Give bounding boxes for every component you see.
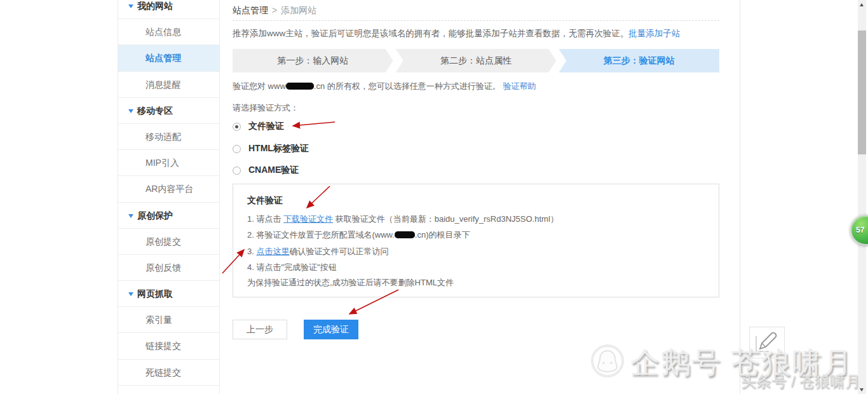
caret-down-icon (128, 292, 133, 296)
ownership-text-after: .cn 的所有权，您可以选择任意一种方式进行验证。 (314, 81, 501, 91)
verify-help-link[interactable]: 验证帮助 (503, 81, 536, 91)
instruction-step-1: 1. 请点击 下载验证文件 获取验证文件（当前最新：baidu_verify_r… (247, 214, 559, 225)
sidebar-item-dead-link-submit[interactable]: 死链提交 (118, 360, 219, 386)
step3-text: 确认验证文件可以正常访问 (289, 247, 388, 256)
radio-icon[interactable] (233, 166, 241, 175)
watermark-byline: 头条号 / 苍狼啸月 (741, 371, 860, 391)
previous-step-button[interactable]: 上一步 (233, 320, 287, 339)
ownership-line: 验证您对 www.cn 的所有权，您可以选择任意一种方式进行验证。 验证帮助 (233, 81, 536, 92)
click-here-link[interactable]: 点击这里 (256, 247, 289, 256)
sidebar-item-label: 原创提交 (118, 229, 219, 255)
instruction-step-2: 2. 将验证文件放置于您所配置域名(www..cn)的根目录下 (247, 229, 470, 241)
step-1-enter-site: 第一步：输入网站 (233, 49, 393, 72)
sidebar-group-mobile-zone[interactable]: 移动专区 (118, 98, 219, 124)
breadcrumb-separator: > (272, 5, 277, 15)
penguin-logo-watermark (590, 343, 625, 379)
method-file-verification[interactable]: 文件验证 (233, 121, 284, 132)
download-verification-file-link[interactable]: 下载验证文件 (283, 214, 333, 224)
sidebar-item-label: 死链提交 (118, 360, 219, 386)
badge-count: 57 (856, 226, 864, 234)
caret-down-icon (128, 4, 133, 8)
page: 我的网站 站点信息 站点管理 消息提醒 移动专区 移动适配 MIP引入 A (0, 0, 868, 394)
arrow-to-file-verification-radio (293, 122, 335, 126)
sidebar-item-label: 原创反馈 (118, 255, 219, 281)
breadcrumb-divider (233, 20, 719, 21)
sidebar-item-mobile-adaptation[interactable]: 移动适配 (118, 124, 219, 150)
sidebar-group-my-sites[interactable]: 我的网站 (118, 0, 219, 19)
step1-text: 1. 请点击 (247, 214, 283, 224)
breadcrumb-current: 添加网站 (281, 5, 316, 15)
scrollbar-thumb[interactable] (858, 31, 866, 154)
method-label[interactable]: HTML标签验证 (248, 143, 309, 154)
step-2-site-properties: 第二步：站点属性 (396, 49, 557, 72)
method-label[interactable]: CNAME验证 (248, 165, 299, 176)
scroll-up-icon (860, 3, 864, 6)
ownership-text-before: 验证您对 www (233, 81, 286, 91)
step-3-verify-site: 第三步：验证网站 (559, 49, 719, 72)
sidebar-item-label: AR内容平台 (118, 176, 219, 202)
finish-verification-button[interactable]: 完成验证 (304, 320, 358, 339)
step1-filename: 获取验证文件（当前最新：baidu_verify_rsRd3NJ5SO.html… (333, 214, 559, 224)
green-counter-badge[interactable]: 57 (850, 215, 868, 245)
redacted-domain (395, 231, 415, 238)
step2-text-after: .cn)的根目录下 (415, 230, 470, 240)
radio-icon[interactable] (233, 145, 241, 153)
sidebar-item-original-feedback[interactable]: 原创反馈 (118, 255, 219, 281)
sidebar-item-mip-import[interactable]: MIP引入 (118, 150, 219, 176)
watermark-brand: 企鹅号 苍狼啸月 (630, 343, 853, 383)
sidebar-item-label: 移动适配 (118, 124, 219, 150)
sidebar-item-link-submit[interactable]: 链接提交 (118, 333, 219, 359)
scrollbar-down-button[interactable] (858, 384, 866, 394)
file-verification-panel: 文件验证 1. 请点击 下载验证文件 获取验证文件（当前最新：baidu_ver… (233, 184, 719, 297)
sidebar-item-label: 消息提醒 (118, 72, 219, 98)
caret-down-icon (128, 109, 133, 113)
intro-text: 推荐添加www主站，验证后可证明您是该域名的拥有者，能够批量添加子站并查看数据，… (233, 28, 735, 39)
sidebar-item-label: MIP引入 (118, 150, 219, 176)
breadcrumb-section[interactable]: 站点管理 (233, 5, 268, 15)
sidebar-item-site-info[interactable]: 站点信息 (118, 19, 219, 45)
keep-file-note: 为保持验证通过的状态,成功验证后请不要删除HTML文件 (247, 277, 454, 289)
sidebar-item-label: 站点信息 (118, 19, 219, 45)
scroll-down-icon (860, 388, 864, 391)
instruction-step-3: 3. 点击这里确认验证文件可以正常访问 (247, 246, 388, 257)
sidebar-item-site-management[interactable]: 站点管理 (118, 45, 219, 71)
content-right-border (740, 0, 740, 394)
sidebar-group-web-crawl[interactable]: 网页抓取 (118, 281, 219, 307)
step3-number: 3. (247, 247, 256, 256)
redacted-domain (286, 83, 314, 90)
sidebar-item-label: 链接提交 (118, 333, 219, 359)
sidebar-list: 我的网站 站点信息 站点管理 消息提醒 移动专区 移动适配 MIP引入 A (118, 0, 219, 386)
sidebar-item-original-submit[interactable]: 原创提交 (118, 229, 219, 255)
step2-text-before: 2. 将验证文件放置于您所配置域名(www. (247, 230, 395, 240)
method-html-tag-verification[interactable]: HTML标签验证 (233, 144, 309, 154)
scrollbar-up-button[interactable] (858, 0, 866, 10)
breadcrumb: 站点管理>添加网站 (233, 5, 316, 17)
sidebar-item-message-alerts[interactable]: 消息提醒 (118, 72, 219, 98)
radio-selected-icon[interactable] (233, 123, 241, 131)
sidebar-item-index-volume[interactable]: 索引量 (118, 307, 219, 333)
sidebar-group-label: 我的网站 (118, 0, 219, 19)
caret-down-icon (128, 214, 133, 218)
sidebar: 我的网站 站点信息 站点管理 消息提醒 移动专区 移动适配 MIP引入 A (118, 0, 220, 394)
sidebar-item-label: 索引量 (118, 307, 219, 333)
method-label[interactable]: 文件验证 (248, 121, 284, 132)
scrollbar[interactable] (858, 0, 866, 394)
instruction-step-4: 4. 请点击"完成验证"按钮 (247, 262, 337, 273)
choose-method-label: 请选择验证方式： (233, 102, 299, 114)
method-cname-verification[interactable]: CNAME验证 (233, 165, 299, 175)
steps-bar: 第一步：输入网站 第二步：站点属性 第三步：验证网站 (233, 49, 719, 72)
intro-sentence: 推荐添加www主站，验证后可证明您是该域名的拥有者，能够批量添加子站并查看数据，… (233, 29, 628, 38)
panel-title: 文件验证 (247, 195, 283, 207)
batch-add-subsite-link[interactable]: 批量添加子站 (628, 29, 680, 38)
sidebar-item-ar-content-platform[interactable]: AR内容平台 (118, 176, 219, 202)
sidebar-group-original-protection[interactable]: 原创保护 (118, 203, 219, 229)
feedback-button[interactable] (749, 327, 785, 358)
sidebar-item-label: 站点管理 (118, 45, 219, 71)
pencil-icon (750, 327, 784, 358)
